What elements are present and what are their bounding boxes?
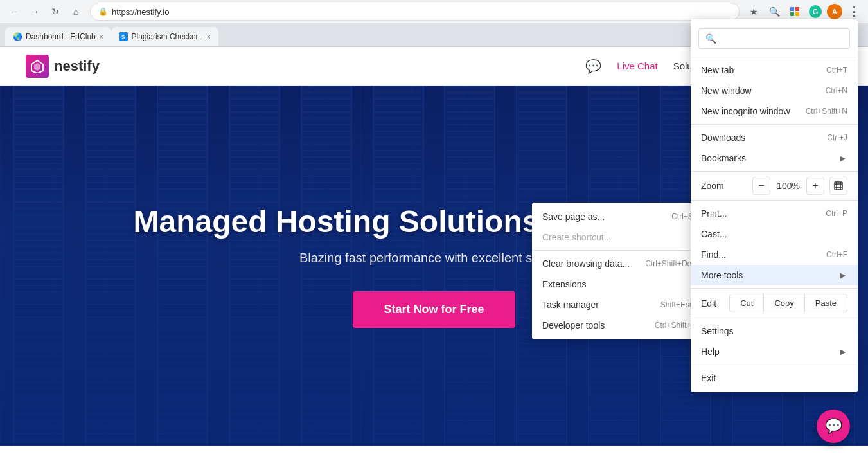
address-bar[interactable]: 🔒 https://nestify.io bbox=[90, 3, 740, 21]
tab-edclub[interactable]: 🌏 Dashboard - EdClub × bbox=[5, 27, 111, 46]
chat-bubble[interactable]: 💬 bbox=[817, 410, 850, 443]
cm-exit[interactable]: Exit bbox=[691, 368, 858, 388]
ctx-save-page[interactable]: Save page as... Ctrl+S bbox=[532, 206, 704, 227]
cm-cast[interactable]: Cast... bbox=[691, 224, 858, 244]
ctx-divider-1 bbox=[532, 250, 704, 251]
nestify-logo-icon bbox=[26, 55, 49, 78]
home-button[interactable]: ⌂ bbox=[67, 3, 85, 21]
forward-button[interactable]: → bbox=[26, 3, 44, 21]
extension-new-button[interactable] bbox=[786, 3, 804, 21]
nav-buttons: ← → ↻ ⌂ bbox=[5, 3, 85, 21]
logo-area: nestify bbox=[26, 55, 100, 78]
reload-button[interactable]: ↻ bbox=[46, 3, 64, 21]
cm-new-tab[interactable]: New tab Ctrl+T bbox=[691, 60, 858, 80]
cm-downloads[interactable]: Downloads Ctrl+J bbox=[691, 127, 858, 148]
nav-live-chat[interactable]: Live Chat bbox=[617, 60, 657, 71]
profile-icon[interactable]: A bbox=[827, 4, 842, 19]
lock-icon: 🔒 bbox=[98, 7, 108, 16]
ctx-clear-browsing[interactable]: Clear browsing data... Ctrl+Shift+Del bbox=[532, 253, 704, 274]
menu-button[interactable]: ⋮ bbox=[845, 3, 863, 21]
zoom-value: 100% bbox=[775, 181, 801, 191]
cm-find[interactable]: Find... Ctrl+F bbox=[691, 244, 858, 265]
chrome-divider-4 bbox=[691, 288, 858, 289]
chat-bubble-icon: 💬 bbox=[825, 418, 842, 435]
tab-close-plagiarism[interactable]: × bbox=[207, 33, 211, 41]
chrome-divider-2 bbox=[691, 171, 858, 172]
cm-new-window[interactable]: New window Ctrl+N bbox=[691, 80, 858, 101]
ctx-developer-tools[interactable]: Developer tools Ctrl+Shift+I bbox=[532, 315, 704, 336]
tab-label-plagiarism: Plagiarism Checker - bbox=[132, 32, 203, 41]
zoom-buttons: − 100% + bbox=[752, 177, 847, 195]
svg-rect-1 bbox=[795, 7, 799, 11]
lens-button[interactable]: 🔍 bbox=[765, 3, 783, 21]
ctx-create-shortcut: Create shortcut... bbox=[532, 227, 704, 248]
hero-cta-button[interactable]: Start Now for Free bbox=[353, 291, 515, 328]
cm-help[interactable]: Help ► bbox=[691, 341, 858, 362]
chrome-menu: 🔍 New tab Ctrl+T New window Ctrl+N New i… bbox=[691, 19, 858, 392]
tab-plagiarism[interactable]: S Plagiarism Checker - × bbox=[111, 27, 218, 46]
cm-more-tools[interactable]: More tools ► bbox=[691, 265, 858, 285]
edit-row: Edit Cut Copy Paste bbox=[691, 291, 858, 315]
bookmark-star-button[interactable]: ★ bbox=[745, 3, 763, 21]
zoom-control: Zoom − 100% + bbox=[691, 174, 858, 197]
tab-close-edclub[interactable]: × bbox=[100, 33, 103, 41]
tab-favicon-edclub: 🌏 bbox=[13, 32, 22, 41]
back-button[interactable]: ← bbox=[5, 3, 23, 21]
toolbar-icons: ★ 🔍 G A ⋮ bbox=[745, 3, 863, 21]
tab-label-edclub: Dashboard - EdClub bbox=[26, 32, 96, 41]
chrome-search-box: 🔍 bbox=[698, 28, 850, 49]
cm-bookmarks[interactable]: Bookmarks ► bbox=[691, 148, 858, 168]
cm-settings[interactable]: Settings bbox=[691, 321, 858, 341]
context-menu: Save page as... Ctrl+S Create shortcut..… bbox=[532, 203, 704, 339]
svg-marker-5 bbox=[34, 63, 40, 71]
ctx-extensions[interactable]: Extensions bbox=[532, 274, 704, 294]
grammarly-button[interactable]: G bbox=[806, 3, 824, 21]
bookmarks-arrow-icon: ► bbox=[838, 153, 847, 163]
logo-text: nestify bbox=[54, 58, 100, 75]
url-text: https://nestify.io bbox=[112, 7, 169, 17]
more-tools-arrow-icon: ► bbox=[838, 270, 847, 280]
edit-paste-button[interactable]: Paste bbox=[805, 294, 847, 312]
svg-rect-3 bbox=[795, 12, 799, 16]
svg-rect-0 bbox=[790, 7, 794, 11]
zoom-minus-button[interactable]: − bbox=[752, 177, 770, 195]
chrome-divider-3 bbox=[691, 200, 858, 201]
help-arrow-icon: ► bbox=[838, 347, 847, 357]
svg-rect-2 bbox=[790, 12, 794, 16]
ctx-task-manager[interactable]: Task manager Shift+Esc bbox=[532, 294, 704, 315]
edit-copy-button[interactable]: Copy bbox=[764, 294, 804, 312]
tab-favicon-plagiarism: S bbox=[119, 32, 128, 41]
zoom-plus-button[interactable]: + bbox=[806, 177, 824, 195]
chrome-divider-0 bbox=[691, 57, 858, 57]
zoom-fullscreen-button[interactable] bbox=[829, 177, 847, 195]
chrome-search-icon: 🔍 bbox=[705, 33, 716, 44]
chat-icon: 💬 bbox=[585, 59, 601, 74]
context-menu-overlay: Save page as... Ctrl+S Create shortcut..… bbox=[532, 203, 704, 339]
cm-print[interactable]: Print... Ctrl+P bbox=[691, 203, 858, 224]
chrome-divider-5 bbox=[691, 318, 858, 318]
edit-cut-button[interactable]: Cut bbox=[729, 294, 764, 312]
svg-rect-6 bbox=[835, 182, 842, 190]
chrome-divider-1 bbox=[691, 124, 858, 125]
cm-incognito[interactable]: New incognito window Ctrl+Shift+N bbox=[691, 101, 858, 122]
chrome-search-area: 🔍 bbox=[691, 23, 858, 54]
chrome-divider-6 bbox=[691, 365, 858, 365]
